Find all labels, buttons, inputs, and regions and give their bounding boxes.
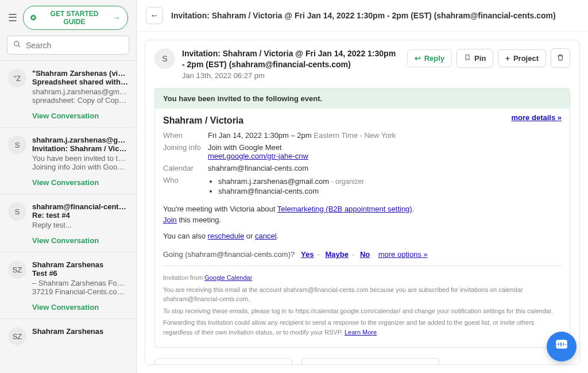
rsvp-row: Going (shahram@financial-cents.com)? Yes…: [163, 250, 562, 259]
view-conversation-link[interactable]: View Conversation: [32, 111, 99, 120]
message-title: Invitation: Shahram / Victoria @ Fri Jan…: [182, 48, 400, 70]
inbox-item[interactable]: S shahram@financial-cents.com Re: test #…: [0, 194, 136, 252]
footer-text: To stop receiving these emails, please l…: [163, 306, 562, 316]
subject: Spreadsheet shared with you: "Copy of…: [32, 78, 128, 86]
rsvp-maybe[interactable]: Maybe: [325, 250, 348, 259]
get-started-button[interactable]: ✪ GET STARTED GUIDE →: [23, 6, 128, 30]
rsvp-yes[interactable]: Yes: [301, 250, 314, 259]
when-label: When: [163, 131, 208, 140]
cancel-link[interactable]: cancel: [255, 232, 277, 240]
more-details-link[interactable]: more details »: [512, 113, 562, 122]
guide-label: GET STARTED GUIDE: [40, 10, 109, 26]
subject: Test #6: [32, 269, 128, 278]
svg-point-0: [14, 41, 19, 46]
svg-line-1: [18, 45, 20, 47]
inbox-item[interactable]: SZ Shahram Zarshenas: [0, 318, 136, 352]
attachment-name: invite.ics: [347, 364, 396, 365]
avatar: S: [154, 48, 175, 69]
project-button[interactable]: + Project: [498, 49, 546, 67]
avatar: SZ: [8, 260, 26, 279]
invite-banner: You have been invited to the following e…: [155, 89, 570, 109]
avatar: S: [8, 202, 26, 221]
snippet: – Shahram Zarshenas Founder & CEO 770-56…: [32, 279, 128, 287]
inbox-item[interactable]: SZ Shahram Zarshenas Test #6 – Shahram Z…: [0, 252, 136, 318]
calendar-label: Calendar: [163, 164, 208, 172]
search-input[interactable]: [26, 41, 126, 50]
pin-button[interactable]: Pin: [457, 49, 493, 68]
reply-label: Reply: [424, 54, 444, 63]
page-title: Invitation: Shahram / Victoria @ Fri Jan…: [171, 11, 579, 20]
when-tz: Eastern Time - New York: [314, 131, 396, 140]
view-conversation-link[interactable]: View Conversation: [32, 236, 99, 245]
arrow-right-icon: →: [113, 13, 121, 22]
back-button[interactable]: ←: [146, 7, 163, 24]
reply-button[interactable]: ↩ Reply: [407, 49, 452, 67]
intercom-chat-button[interactable]: [547, 332, 577, 362]
more-options-link[interactable]: more options »: [378, 250, 428, 259]
calendar-invite: You have been invited to the following e…: [154, 88, 570, 348]
from: Shahram Zarshenas: [32, 327, 128, 336]
snippet: spreadsheet: Copy of Copy of HubSpot…: [32, 96, 128, 105]
reschedule-link[interactable]: reschedule: [208, 232, 245, 240]
inbox-item[interactable]: "Z "Shahram Zarshenas (via Google Sheets…: [0, 60, 136, 127]
bookmark-icon: [464, 53, 471, 63]
topic-link[interactable]: Telemarketing (B2B appointment setting): [277, 205, 412, 213]
gcal-link[interactable]: Google Calendar: [204, 274, 252, 281]
svg-rect-4: [556, 340, 567, 348]
main-header: ← Invitation: Shahram / Victoria @ Fri J…: [137, 0, 588, 32]
attachment-icon: [161, 364, 193, 365]
snippet: shahram.j.zarshenas@gmail.com shared a: [32, 87, 128, 96]
message-date: Jan 13th, 2022 06:27 pm: [182, 71, 400, 80]
attachment-icon: [308, 364, 340, 365]
calendar-value: shahram@financial-cents.com: [208, 164, 562, 172]
event-title: Shahram / Victoria: [163, 116, 512, 126]
invite-description: You're meeting with Victoria about Telem…: [163, 204, 562, 226]
from: Shahram Zarshenas: [32, 260, 128, 269]
attendee: shahram@financial-cents.com: [218, 187, 562, 195]
plus-icon: +: [505, 54, 510, 63]
compass-icon: ✪: [30, 14, 36, 22]
footer-text: You are receiving this email at the acco…: [163, 285, 562, 304]
avatar: SZ: [8, 327, 26, 345]
learn-more-link[interactable]: Learn More: [345, 329, 377, 336]
joining-info-label: Joining info: [163, 143, 208, 160]
attachment-card: invite.ics 2.2 KB Download: [154, 358, 292, 365]
meet-link[interactable]: meet.google.com/gtr-jahe-cnw: [208, 152, 308, 160]
join-meeting-link[interactable]: Join: [163, 216, 177, 224]
avatar: "Z: [8, 69, 26, 87]
arrow-left-icon: ←: [150, 10, 159, 21]
from: shahram.j.zarshenas@gmail.com: [32, 136, 128, 144]
join-value: Join with Google Meet: [208, 143, 562, 152]
message-card: S Invitation: Shahram / Victoria @ Fri J…: [145, 40, 580, 365]
attendee: shahram.j.zarshenas@gmail.com - organize…: [218, 177, 562, 186]
message-header: S Invitation: Shahram / Victoria @ Fri J…: [154, 48, 570, 80]
snippet: Joining info Join with Google Meet: [32, 163, 128, 171]
trash-icon: [556, 53, 564, 63]
rsvp-no[interactable]: No: [360, 250, 370, 259]
sidebar: ☰ ✪ GET STARTED GUIDE → "Z "Shahram Zars…: [0, 0, 137, 373]
chat-icon: [554, 337, 569, 356]
main-panel: ← Invitation: Shahram / Victoria @ Fri J…: [137, 0, 588, 373]
snippet: You have been invited to the following e…: [32, 154, 128, 163]
when-value: Fri Jan 14, 2022 1:30pm – 2pm: [208, 131, 312, 140]
sidebar-top-bar: ☰ ✪ GET STARTED GUIDE →: [0, 0, 136, 36]
snippet: 37219 Financial-Cents.com · ...: [32, 287, 128, 296]
search-container: [0, 36, 136, 60]
attachments: invite.ics 2.2 KB Download invite.ics: [154, 358, 570, 365]
snippet: Reply test...: [32, 221, 128, 229]
view-conversation-link[interactable]: View Conversation: [32, 178, 99, 187]
subject: Invitation: Shahram / Victoria @ Fri Jan…: [32, 144, 128, 153]
from: shahram@financial-cents.com: [32, 202, 128, 211]
who-label: Who: [163, 176, 208, 197]
attachment-card: invite.ics 2.2 KB Download: [301, 358, 439, 365]
view-conversation-link[interactable]: View Conversation: [32, 303, 99, 312]
menu-icon[interactable]: ☰: [8, 11, 17, 24]
message-actions: ↩ Reply Pin + Project: [407, 48, 570, 68]
inbox-item[interactable]: S shahram.j.zarshenas@gmail.com Invitati…: [0, 127, 136, 194]
project-label: Project: [513, 54, 539, 63]
search-box[interactable]: [7, 36, 129, 55]
subject: Re: test #4: [32, 211, 128, 220]
from: "Shahram Zarshenas (via Google Sheets)": [32, 69, 128, 78]
avatar: S: [8, 136, 26, 154]
delete-button[interactable]: [551, 48, 570, 68]
